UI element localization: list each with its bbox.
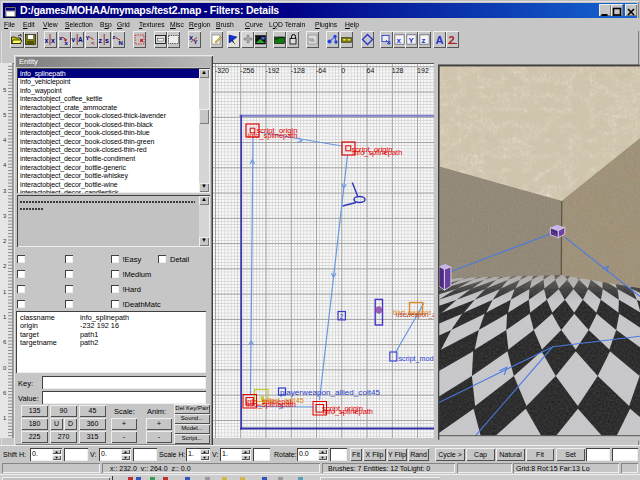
- svg-text:x: x: [51, 37, 55, 44]
- svg-text:info_splinepath: info_splinepath: [352, 149, 403, 157]
- svg-text:Y: Y: [85, 35, 89, 41]
- svg-text:-64: -64: [316, 67, 326, 74]
- svg-text:N: N: [118, 40, 122, 46]
- svg-text:64: 64: [367, 67, 375, 74]
- svg-text:X: X: [189, 35, 193, 41]
- svg-text:z: z: [99, 37, 103, 44]
- svg-text:script_mode: script_mode: [399, 355, 435, 363]
- svg-text:-192: -192: [266, 67, 280, 74]
- svg-text:%: %: [309, 37, 315, 43]
- svg-text:z: z: [421, 36, 425, 45]
- svg-text:useweapon_alli: useweapon_alli: [396, 311, 434, 319]
- svg-text:z: z: [112, 34, 115, 40]
- svg-text:128: 128: [392, 67, 404, 74]
- svg-text:-256: -256: [240, 67, 254, 74]
- svg-text:192: 192: [417, 67, 429, 74]
- svg-text:A: A: [436, 34, 444, 46]
- svg-text:A: A: [78, 36, 83, 43]
- svg-text:-128: -128: [291, 67, 305, 74]
- svg-text:x: x: [45, 37, 49, 44]
- svg-text:2: 2: [340, 313, 344, 320]
- svg-text:0: 0: [341, 67, 345, 74]
- svg-text:2: 2: [448, 34, 454, 46]
- svg-text:info_splinepath: info_splinepath: [248, 132, 299, 140]
- svg-text:x: x: [396, 36, 401, 45]
- svg-text:-320: -320: [215, 67, 229, 74]
- svg-text:<: <: [91, 40, 95, 46]
- svg-text:s: s: [105, 37, 109, 44]
- svg-text:v: v: [72, 36, 76, 43]
- svg-text:playerweapon_allied_colt45: playerweapon_allied_colt45: [280, 389, 380, 397]
- svg-text:info_splinepath: info_splinepath: [246, 401, 297, 409]
- svg-text:info_splinepath: info_splinepath: [323, 408, 374, 416]
- svg-text:Y: Y: [409, 36, 415, 45]
